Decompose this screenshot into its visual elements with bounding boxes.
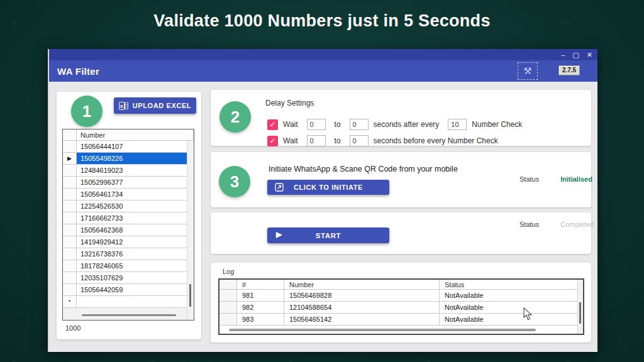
log-row-header <box>219 314 237 326</box>
log-status-cell: NotAvailable <box>440 314 583 326</box>
vertical-scrollbar-thumb[interactable] <box>189 284 191 307</box>
row-header-cell <box>63 212 77 224</box>
start-status: Status Completed <box>519 221 594 228</box>
svg-text:X: X <box>119 103 123 109</box>
log-row-header <box>219 302 237 314</box>
checkbox-wait-after[interactable]: ✓ <box>267 119 278 130</box>
wait-to-input[interactable] <box>350 119 369 130</box>
log-col-status: Status <box>440 280 583 290</box>
numbers-table-header: Number <box>63 129 194 141</box>
maximize-icon[interactable]: ▢ <box>572 52 579 58</box>
number-cell: 13216738376 <box>77 248 194 260</box>
log-id-cell: 983 <box>237 314 284 326</box>
wait-to-input-2[interactable] <box>350 135 369 146</box>
app-window: – ▢ ✕ WA Filter ⚒ 2.7.5 1 X UPLOAD EXCEL <box>48 49 597 352</box>
initiate-instruction: Initiate WhatsApp & Scane QR Code from y… <box>269 165 458 173</box>
number-row[interactable]: 17166662733 <box>63 212 194 224</box>
row-header-cell: ▶ <box>63 153 77 165</box>
status-value-completed: Completed <box>560 221 594 228</box>
number-check-count-input[interactable] <box>448 119 467 130</box>
number-cell: 15055498226 <box>77 153 194 165</box>
log-horizontal-scrollbar[interactable] <box>229 329 536 331</box>
status-value-initialised: Initialised <box>560 175 592 183</box>
row-header-cell <box>63 189 77 200</box>
vertical-scrollbar[interactable] <box>187 141 194 320</box>
number-row[interactable]: 12254526530 <box>63 200 194 212</box>
number-row[interactable]: 18178246065 <box>63 260 194 272</box>
wait-label: Wait <box>283 136 298 145</box>
log-number-cell: 12104588654 <box>284 302 440 314</box>
number-cell: 15052996377 <box>77 177 194 189</box>
version-badge: 2.7.5 <box>558 65 580 75</box>
number-cell: 12254526530 <box>77 200 194 212</box>
checkbox-wait-before[interactable]: ✓ <box>267 136 278 146</box>
click-to-initiate-label: CLICK TO INITIATE <box>294 184 363 191</box>
number-cell: 14194929412 <box>77 236 194 248</box>
row-header-cell <box>63 284 77 296</box>
log-vertical-scrollbar[interactable] <box>577 280 583 334</box>
row-header-cell <box>63 272 77 284</box>
log-vertical-scrollbar-thumb[interactable] <box>579 302 581 324</box>
launch-icon <box>275 183 284 192</box>
log-number-cell: 15056465142 <box>284 314 440 326</box>
number-cell: 17166662733 <box>77 212 194 224</box>
window-control-strip: – ▢ ✕ <box>49 49 597 60</box>
new-row-marker: * <box>63 296 77 308</box>
horizontal-scrollbar[interactable] <box>82 314 176 316</box>
numbers-table[interactable]: Number 15056444107 ▶ 15055498226 <box>62 129 194 321</box>
upload-excel-button[interactable]: X UPLOAD EXCEL <box>114 97 196 114</box>
row-header-cell <box>63 236 77 248</box>
log-col-number: Number <box>284 280 440 290</box>
number-row[interactable]: 15056444107 <box>63 141 194 153</box>
checkmark-icon: ✓ <box>269 120 275 129</box>
excel-icon: X <box>119 102 128 110</box>
upload-excel-label: UPLOAD EXCEL <box>133 102 191 109</box>
corner-cell <box>63 129 77 141</box>
number-row[interactable]: 12484619023 <box>63 165 194 177</box>
log-row[interactable]: 981 15056469828 NotAvailable <box>219 290 583 302</box>
log-col-id: # <box>237 280 284 290</box>
number-cell: 18178246065 <box>77 260 194 272</box>
numbers-table-body: 15056444107 ▶ 15055498226 12484619023 <box>63 141 194 296</box>
to-label: to <box>335 120 341 129</box>
number-row[interactable]: 15056461734 <box>63 189 194 200</box>
number-cell: 12484619023 <box>77 165 194 177</box>
log-row-header <box>219 290 237 302</box>
log-status-cell: NotAvailable <box>440 290 583 302</box>
play-icon: ▶ <box>276 230 282 239</box>
number-row[interactable]: 12035107629 <box>63 272 194 284</box>
log-number-cell: 15056469828 <box>284 290 440 302</box>
number-row[interactable]: 15056462368 <box>63 224 194 236</box>
log-status-cell: NotAvailable <box>440 302 583 314</box>
step2-badge: 2 <box>219 101 251 133</box>
wait-from-input-2[interactable] <box>307 135 326 146</box>
start-button[interactable]: ▶ START <box>267 228 389 243</box>
wait-from-input[interactable] <box>307 119 326 130</box>
row-header-cell <box>63 200 77 212</box>
log-title: Log <box>223 268 234 275</box>
number-row[interactable]: 15056442059 <box>63 284 194 296</box>
number-row[interactable]: 15052996377 <box>63 177 194 189</box>
log-id-cell: 982 <box>237 302 284 314</box>
number-row[interactable]: 13216738376 <box>63 248 194 260</box>
log-id-cell: 981 <box>237 290 284 302</box>
minimize-icon[interactable]: – <box>561 52 565 58</box>
number-row[interactable]: ▶ 15055498226 <box>63 153 194 165</box>
app-title: WA Filter <box>57 66 99 77</box>
number-check-label: Number Check <box>472 120 522 129</box>
new-row[interactable]: * <box>63 296 194 308</box>
number-row[interactable]: 14194929412 <box>63 236 194 248</box>
to-label: to <box>335 136 341 145</box>
log-corner-cell <box>219 280 237 290</box>
start-card: Status Completed ▶ START <box>211 212 591 254</box>
close-icon[interactable]: ✕ <box>587 52 592 58</box>
log-table-header: # Number Status <box>219 280 583 290</box>
step3-card: 3 Initiate WhatsApp & Scane QR Code from… <box>211 152 591 207</box>
number-cell: 15056461734 <box>77 189 194 200</box>
click-to-initiate-button[interactable]: CLICK TO INITIATE <box>267 180 389 195</box>
settings-tools-button[interactable]: ⚒ <box>518 62 538 80</box>
status-label: Status <box>519 221 539 228</box>
step3-badge: 3 <box>219 166 250 197</box>
log-table[interactable]: # Number Status 981 15056469828 NotAvail… <box>218 278 584 335</box>
row-header-cell <box>63 165 77 177</box>
